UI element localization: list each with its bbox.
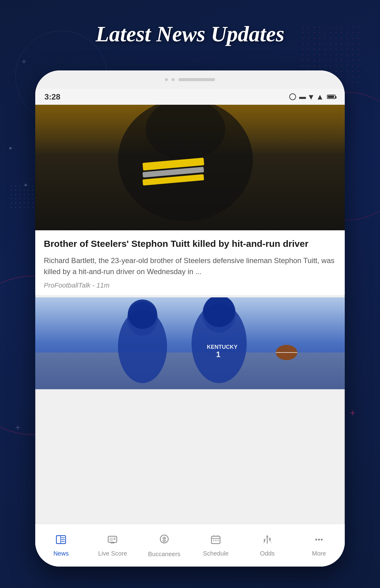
- svg-point-13: [128, 300, 157, 329]
- signal-bars-icon: ▲: [316, 92, 324, 102]
- buccaneers-icon: [158, 533, 171, 549]
- phone-content: NEWS @ROUND THE LEAGUE NEWEST MAJOR: [35, 105, 345, 567]
- nav-item-more[interactable]: More: [293, 531, 345, 560]
- nav-item-livescore[interactable]: Live Score: [87, 531, 138, 560]
- svg-point-46: [321, 539, 323, 541]
- svg-rect-39: [215, 540, 217, 541]
- phone-camera-dot: [172, 78, 175, 81]
- status-icons: ▬ ▾ ▲: [289, 92, 336, 102]
- phone-top-bar: [35, 70, 345, 89]
- dot-decoration: [25, 184, 27, 186]
- svg-rect-20: [56, 536, 61, 544]
- news-source: ProFootballTalk: [44, 281, 90, 289]
- nav-label-odds: Odds: [260, 550, 275, 557]
- phone-mockup: 3:28 ▬ ▾ ▲ NEWS @ROUND THE LEAGUE: [35, 70, 345, 567]
- svg-rect-27: [109, 537, 113, 541]
- phone-frame: 3:28 ▬ ▾ ▲ NEWS @ROUND THE LEAGUE: [35, 70, 345, 567]
- wifi-icon: ▾: [309, 92, 313, 102]
- news-feed: Brother of Steelers' Stephon Tuitt kille…: [35, 105, 345, 524]
- nav-label-schedule: Schedule: [203, 550, 228, 557]
- more-icon: [313, 534, 325, 548]
- odds-icon: [261, 534, 273, 548]
- svg-rect-38: [213, 540, 215, 541]
- news-separator: -: [92, 281, 96, 289]
- nav-item-buccaneers[interactable]: Buccaneers: [139, 530, 190, 561]
- player-image-svg: [35, 105, 345, 230]
- dot-grid-decoration-2: [9, 184, 34, 208]
- news-body: Brother of Steelers' Stephon Tuitt kille…: [35, 230, 345, 295]
- nav-label-news: News: [53, 550, 69, 557]
- news-article-image-2: KENTUCKY 1: [35, 297, 345, 389]
- circle-icon: [289, 93, 296, 100]
- svg-rect-40: [217, 540, 219, 541]
- nav-item-odds[interactable]: Odds: [241, 531, 293, 560]
- svg-text:KENTUCKY: KENTUCKY: [207, 344, 238, 350]
- schedule-icon: [210, 534, 222, 548]
- clock: 3:28: [44, 92, 60, 102]
- plus-icon: +: [15, 423, 20, 432]
- sim-icon: ▬: [299, 93, 306, 101]
- bottom-navigation[interactable]: News Live Score: [35, 524, 345, 567]
- news-headline: Brother of Steelers' Stephon Tuitt kille…: [44, 238, 336, 250]
- phone-speaker: [178, 78, 215, 81]
- tv-icon: [107, 534, 118, 548]
- kentucky-image-svg: KENTUCKY 1: [35, 297, 345, 389]
- svg-rect-8: [35, 352, 345, 389]
- news-card[interactable]: Brother of Steelers' Stephon Tuitt kille…: [35, 105, 345, 295]
- status-bar: 3:28 ▬ ▾ ▲: [35, 89, 345, 105]
- nav-label-buccaneers: Buccaneers: [148, 551, 180, 558]
- nav-item-schedule[interactable]: Schedule: [190, 531, 241, 560]
- news-time: 11m: [97, 281, 110, 289]
- plus-icon: +: [21, 57, 26, 66]
- svg-point-45: [318, 539, 320, 541]
- news-excerpt: Richard Bartlett, the 23-year-old brothe…: [44, 255, 336, 277]
- news-article-image: [35, 105, 345, 230]
- nav-item-news[interactable]: News: [35, 531, 87, 560]
- news-icon: [55, 534, 67, 548]
- phone-camera-dot: [165, 78, 168, 81]
- page-title: Latest News Updates: [0, 21, 380, 47]
- nav-label-more: More: [312, 550, 326, 557]
- plus-icon-pink: +: [350, 407, 355, 419]
- news-card-2[interactable]: KENTUCKY 1: [35, 297, 345, 389]
- svg-text:1: 1: [216, 350, 220, 359]
- nav-label-livescore: Live Score: [98, 550, 127, 557]
- battery-icon: [327, 95, 336, 99]
- news-meta: ProFootballTalk - 11m: [44, 281, 336, 289]
- dot-decoration: [9, 147, 12, 149]
- svg-point-31: [162, 537, 166, 540]
- svg-point-44: [315, 539, 317, 541]
